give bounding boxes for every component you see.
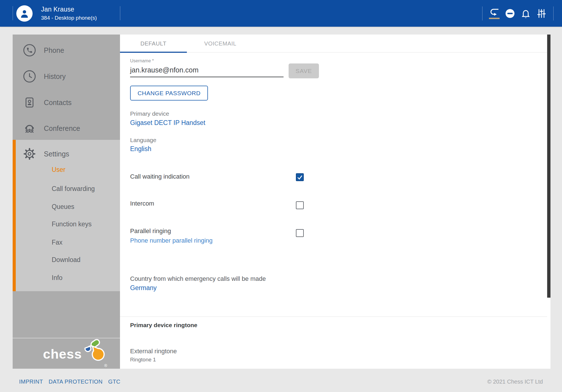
- tune-settings-button[interactable]: [534, 3, 549, 24]
- parallel-ringing-link[interactable]: Phone number parallel ringing: [130, 237, 213, 244]
- sidebar-subitem-download[interactable]: Download: [52, 256, 80, 264]
- tab-voicemail[interactable]: VOICEMAIL: [187, 35, 254, 53]
- topbar-divider: [553, 6, 554, 20]
- external-ringtone-label: External ringtone: [130, 348, 177, 355]
- do-not-disturb-button[interactable]: [502, 3, 518, 24]
- chess-logo[interactable]: chess ®: [13, 338, 120, 369]
- topbar-divider: [120, 6, 120, 20]
- data-protection-link[interactable]: DATA PROTECTION: [49, 379, 103, 385]
- footer-links: IMPRINT DATA PROTECTION GTC: [19, 379, 120, 385]
- person-icon: [19, 8, 30, 19]
- primary-device-link[interactable]: Gigaset DECT IP Handset: [130, 119, 205, 127]
- gtc-link[interactable]: GTC: [108, 379, 120, 385]
- call-waiting-label: Call waiting indication: [130, 173, 190, 180]
- username-label: Username *: [130, 58, 154, 63]
- notifications-button[interactable]: [518, 3, 534, 24]
- settings-section: Settings User Call forwarding Queues Fun…: [13, 140, 120, 291]
- user-menu[interactable]: Jan Krause 384 - Desktop phone(s): [16, 0, 97, 27]
- intercom-checkbox[interactable]: [296, 201, 304, 209]
- username-input[interactable]: jan.krause@nfon.com: [130, 66, 199, 74]
- avatar: [16, 5, 33, 22]
- tab-label: DEFAULT: [140, 40, 167, 47]
- ringtone-section-title: Primary device ringtone: [130, 322, 197, 329]
- change-password-button[interactable]: CHANGE PASSWORD: [130, 86, 208, 101]
- sidebar-item-label: History: [44, 72, 66, 81]
- tab-label: VOICEMAIL: [204, 40, 236, 47]
- tab-default[interactable]: DEFAULT: [120, 35, 187, 53]
- user-name: Jan Krause: [41, 6, 97, 13]
- intercom-label: Intercom: [130, 200, 154, 207]
- user-extension: 384 - Desktop phone(s): [41, 15, 97, 21]
- gear-icon: [23, 147, 36, 160]
- sidebar-nav: Phone History Contacts: [13, 35, 120, 369]
- scrollbar-thumb[interactable]: [547, 35, 550, 298]
- user-settings-form: Username * jan.krause@nfon.com SAVE CHAN…: [120, 53, 550, 369]
- sidebar-item-label: Settings: [44, 150, 69, 158]
- check-icon: [297, 174, 303, 180]
- topbar-divider: [482, 6, 482, 20]
- parallel-ringing-label: Parallel ringing: [130, 227, 171, 235]
- call-waiting-checkbox[interactable]: [296, 173, 304, 181]
- copyright-text: © 2021 Chess ICT Ltd: [487, 379, 543, 385]
- save-button[interactable]: SAVE: [289, 63, 319, 78]
- contact-card-icon: [23, 96, 36, 109]
- sidebar-item-label: Phone: [44, 46, 64, 54]
- external-ringtone-value[interactable]: Ringtone 1: [130, 357, 156, 363]
- top-bar: Jan Krause 384 - Desktop phone(s): [0, 0, 562, 27]
- settings-panel: DEFAULT VOICEMAIL Username * jan.krause@…: [120, 35, 550, 369]
- primary-device-label: Primary device: [130, 110, 169, 117]
- section-divider: [120, 316, 547, 317]
- tune-sliders-icon: [536, 8, 547, 19]
- sidebar-subitem-call-forwarding[interactable]: Call forwarding: [52, 184, 95, 193]
- sidebar-item-label: Contacts: [44, 99, 72, 107]
- input-underline: [130, 77, 284, 77]
- language-link[interactable]: English: [130, 145, 151, 153]
- chess-logo-mark: ®: [80, 339, 108, 368]
- topbar-divider: [13, 6, 13, 20]
- chess-logo-text: chess: [43, 346, 82, 362]
- clock-icon: [23, 70, 36, 83]
- sidebar-item-conference[interactable]: Conference: [13, 115, 120, 141]
- tab-bar: DEFAULT VOICEMAIL: [120, 35, 550, 53]
- sidebar-item-phone[interactable]: Phone: [13, 37, 120, 63]
- phone-circle-icon: [23, 44, 36, 57]
- call-redirect-button[interactable]: [486, 3, 502, 24]
- conference-icon: [23, 122, 36, 135]
- emergency-country-link[interactable]: Germany: [130, 284, 157, 292]
- sidebar-subitem-user[interactable]: User: [52, 165, 65, 174]
- language-label: Language: [130, 137, 156, 143]
- sidebar-item-contacts[interactable]: Contacts: [13, 90, 120, 115]
- bell-icon: [521, 8, 531, 19]
- sidebar-item-label: Conference: [44, 124, 80, 133]
- sidebar-subitem-fax[interactable]: Fax: [52, 238, 62, 247]
- svg-text:®: ®: [104, 363, 107, 368]
- sidebar-item-history[interactable]: History: [13, 63, 120, 89]
- sidebar-subitem-info[interactable]: Info: [52, 274, 62, 282]
- active-indicator: [489, 18, 500, 19]
- do-not-disturb-icon: [505, 8, 515, 19]
- parallel-ringing-checkbox[interactable]: [296, 229, 304, 237]
- call-redirect-icon: [489, 8, 500, 17]
- sidebar-item-settings[interactable]: Settings: [13, 141, 120, 167]
- emergency-country-label: Country from which emergency calls will …: [130, 275, 266, 282]
- sidebar-subitem-queues[interactable]: Queues: [52, 202, 74, 211]
- sidebar-subitem-function-keys[interactable]: Function keys: [52, 220, 92, 228]
- imprint-link[interactable]: IMPRINT: [19, 379, 43, 385]
